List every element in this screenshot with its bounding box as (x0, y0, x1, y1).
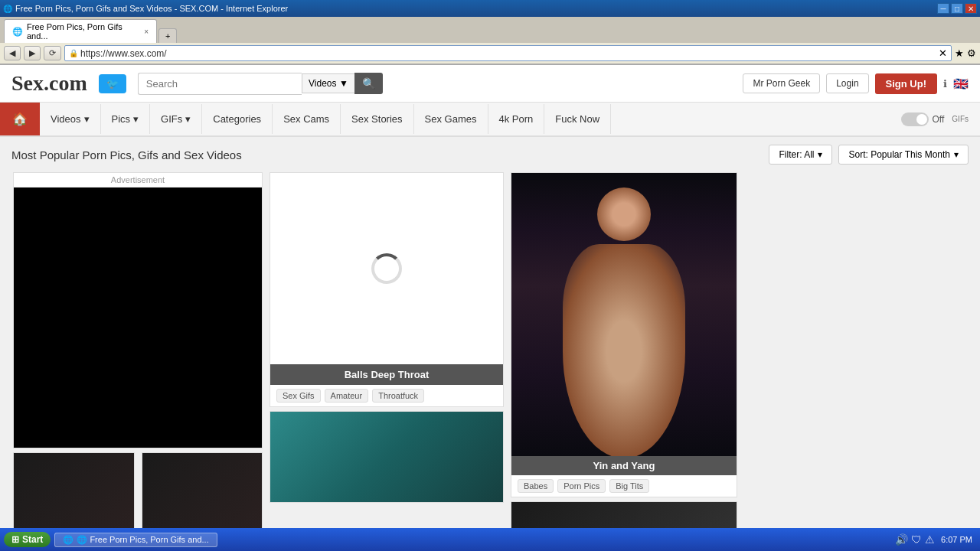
start-windows-icon: ⊞ (11, 534, 19, 545)
gifs-toggle-area: Off GIFs (890, 106, 980, 132)
minimize-button[interactable]: ─ (937, 3, 949, 14)
nav-item-4k-porn[interactable]: 4k Porn (488, 104, 545, 134)
start-label: Start (22, 534, 43, 545)
window-controls[interactable]: ─ □ ✕ (937, 3, 977, 14)
nav-categories-label: Categories (213, 113, 261, 125)
security-icon: 🛡 (911, 533, 922, 546)
taskbar: ⊞ Start 🌐 🌐 Free Porn Pics, Porn Gifs an… (0, 528, 980, 551)
mid-col: Balls Deep Throat Sex Gifs Amateur Throa… (268, 172, 505, 551)
site-logo[interactable]: Sex.com (11, 71, 87, 96)
sort-button[interactable]: Sort: Popular This Month ▾ (838, 145, 969, 165)
twitter-button[interactable]: 🐦 (99, 74, 126, 93)
warning-icon: ⚠ (925, 533, 935, 546)
geek-button[interactable]: Mr Porn Geek (743, 73, 820, 93)
tools-icon[interactable]: ⚙ (967, 47, 976, 59)
media-title-1: Balls Deep Throat (345, 369, 430, 380)
tag-throatfuck[interactable]: Throatfuck (372, 389, 424, 403)
favorites-icon[interactable]: ★ (955, 47, 964, 59)
nav-pics-arrow: ▾ (133, 113, 139, 125)
nav-bar: 🏠 Videos ▾ Pics ▾ GIFs ▾ Categories Sex … (0, 103, 980, 137)
nav-item-sex-games[interactable]: Sex Games (414, 104, 488, 134)
taskbar-right: 🔊 🛡 ⚠ 6:07 PM (895, 533, 976, 546)
home-button[interactable]: 🏠 (0, 103, 40, 135)
left-col: Advertisement (11, 172, 264, 551)
tag-porn-pics[interactable]: Porn Pics (557, 479, 606, 493)
search-input[interactable] (138, 73, 302, 95)
info-button[interactable]: ℹ (943, 78, 947, 90)
nav-fuck-now-label: Fuck Now (555, 113, 599, 125)
nav-sex-stories-label: Sex Stories (351, 113, 402, 125)
forward-button[interactable]: ▶ (24, 46, 41, 60)
tag-amateur[interactable]: Amateur (325, 389, 369, 403)
home-icon: 🏠 (12, 112, 28, 126)
search-dropdown-label: Videos (309, 78, 336, 89)
browser-toolbar: ◀ ▶ ⟳ 🔒 ✕ ★ ⚙ (0, 43, 980, 64)
toggle-knob (916, 114, 927, 125)
new-tab-button[interactable]: + (158, 28, 177, 43)
start-button[interactable]: ⊞ Start (4, 532, 51, 547)
ad-label: Advertisement (14, 173, 262, 187)
ad-block: Advertisement (13, 172, 263, 448)
login-button[interactable]: Login (826, 73, 868, 93)
tag-babes[interactable]: Babes (518, 479, 554, 493)
back-button[interactable]: ◀ (4, 46, 21, 60)
loading-card[interactable]: Balls Deep Throat Sex Gifs Amateur Throa… (270, 172, 504, 407)
filter-button[interactable]: Filter: All ▾ (769, 145, 832, 165)
close-button[interactable]: ✕ (965, 3, 977, 14)
gifs-toggle-switch[interactable] (901, 112, 929, 126)
nav-gifs-arrow: ▾ (185, 113, 191, 125)
ad-content (14, 187, 262, 448)
nav-item-categories[interactable]: Categories (202, 104, 273, 134)
signup-button[interactable]: Sign Up! (875, 73, 937, 94)
loading-spinner (371, 253, 402, 284)
nav-sex-cams-label: Sex Cams (283, 113, 329, 125)
nav-item-gifs[interactable]: GIFs ▾ (150, 104, 202, 134)
nav-item-videos[interactable]: Videos ▾ (40, 104, 101, 134)
restore-button[interactable]: □ (951, 3, 963, 14)
search-icon: 🔍 (362, 77, 375, 90)
title-bar: 🌐 Free Porn Pics, Porn Gifs and Sex Vide… (0, 0, 980, 17)
active-tab[interactable]: 🌐 Free Porn Pics, Porn Gifs and... × (4, 19, 157, 43)
search-area: Videos ▼ 🔍 (138, 73, 383, 95)
tab-icon: 🌐 (12, 27, 23, 37)
nav-item-fuck-now[interactable]: Fuck Now (544, 104, 611, 134)
search-dropdown[interactable]: Videos ▼ (302, 73, 354, 93)
language-flag[interactable]: 🇬🇧 (953, 77, 969, 91)
taskbar-sys-icons: 🔊 🛡 ⚠ (895, 533, 935, 546)
media-title-2: Yin and Yang (593, 460, 655, 471)
gifs-sub-label: GIFs (952, 115, 969, 123)
tab-label: Free Porn Pics, Porn Gifs and... (27, 22, 140, 41)
tag-sex-gifs[interactable]: Sex Gifs (276, 389, 321, 403)
page-title: Most Popular Porn Pics, Gifs and Sex Vid… (11, 148, 242, 161)
woman-card[interactable]: Yin and Yang Babes Porn Pics Big Tits (511, 172, 737, 497)
bottom-card-2[interactable] (142, 452, 263, 529)
loading-area (270, 173, 503, 364)
taskbar-ie-item[interactable]: 🌐 🌐 Free Porn Pics, Porn Gifs and... (54, 533, 217, 547)
bottom-card-1-img (14, 453, 134, 528)
address-bar[interactable] (80, 48, 936, 59)
search-button[interactable]: 🔍 (354, 73, 383, 94)
teal-card[interactable] (270, 411, 504, 503)
tab-close-button[interactable]: × (144, 28, 149, 36)
sort-label: Sort: Popular This Month (848, 149, 950, 160)
search-dropdown-arrow: ▼ (339, 78, 348, 89)
nav-item-pics[interactable]: Pics ▾ (101, 104, 151, 134)
twitter-icon: 🐦 (106, 78, 119, 90)
teal-card-img (270, 412, 503, 503)
refresh-inline-icon: ✕ (939, 47, 947, 59)
tag-big-tits[interactable]: Big Tits (609, 479, 649, 493)
content-header: Most Popular Porn Pics, Gifs and Sex Vid… (11, 145, 969, 165)
nav-item-sex-cams[interactable]: Sex Cams (273, 104, 341, 134)
nav-item-sex-stories[interactable]: Sex Stories (341, 104, 413, 134)
refresh-button[interactable]: ⟳ (44, 46, 61, 60)
logo-com: .com (44, 71, 87, 95)
bottom-card-1[interactable] (13, 452, 135, 529)
nav-sex-games-label: Sex Games (425, 113, 477, 125)
filter-label: Filter: All (779, 149, 814, 160)
header-right: Mr Porn Geek Login Sign Up! ℹ 🇬🇧 (743, 73, 969, 94)
nav-4k-label: 4k Porn (499, 113, 534, 125)
window-title: Free Porn Pics, Porn Gifs and Sex Videos… (15, 4, 288, 13)
browser-chrome: 🌐 Free Porn Pics, Porn Gifs and... × + ◀… (0, 17, 980, 65)
figure-body (563, 244, 685, 457)
title-bar-left: 🌐 Free Porn Pics, Porn Gifs and Sex Vide… (3, 4, 288, 13)
